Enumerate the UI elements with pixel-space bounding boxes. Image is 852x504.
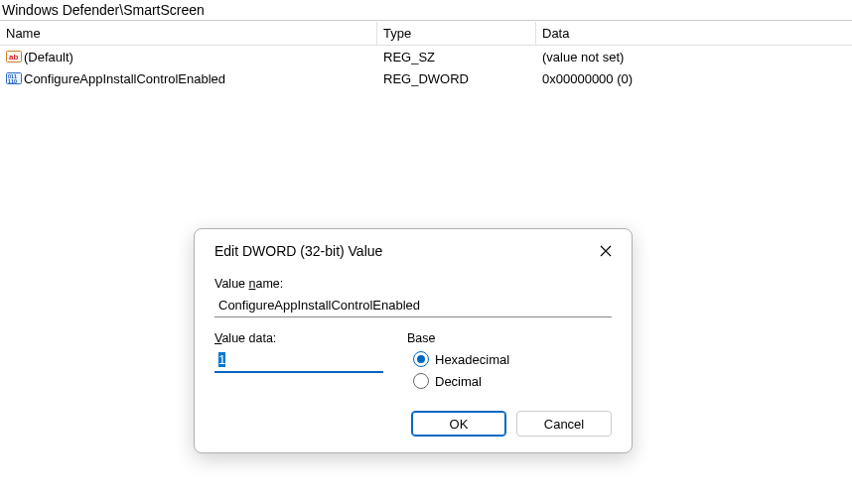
value-data-label: Value data: [214, 331, 383, 345]
reg-sz-icon: ab [6, 49, 22, 64]
list-header: Name Type Data [0, 22, 852, 46]
dialog-title: Edit DWORD (32-bit) Value [214, 243, 382, 259]
value-name-field[interactable]: ConfigureAppInstallControlEnabled [214, 294, 612, 317]
base-group: Base Hexadecimal Decimal [407, 331, 612, 389]
registry-row[interactable]: ab (Default) REG_SZ (value not set) [0, 46, 852, 67]
radio-hexadecimal[interactable]: Hexadecimal [413, 351, 612, 367]
ok-button[interactable]: OK [411, 411, 506, 437]
column-header-data[interactable]: Data [536, 22, 852, 45]
radio-icon [413, 373, 429, 389]
entry-data: (value not set) [536, 49, 852, 65]
entry-data: 0x00000000 (0) [536, 70, 852, 87]
column-header-name[interactable]: Name [0, 22, 377, 45]
breadcrumb: Windows Defender\SmartScreen [0, 0, 852, 21]
radio-decimal[interactable]: Decimal [413, 373, 612, 389]
cancel-button[interactable]: Cancel [516, 411, 612, 437]
value-name-label: Value name: [214, 277, 612, 291]
reg-dword-icon: 011 110 [6, 70, 22, 86]
base-label: Base [407, 331, 612, 345]
close-icon[interactable] [594, 239, 618, 263]
radio-icon [413, 351, 429, 367]
entry-type: REG_SZ [377, 49, 536, 65]
registry-list: Name Type Data ab (Default) REG_SZ (valu… [0, 21, 852, 89]
edit-dword-dialog: Edit DWORD (32-bit) Value Value name: Co… [194, 228, 633, 453]
svg-text:110: 110 [8, 78, 17, 84]
entry-type: REG_DWORD [377, 70, 536, 87]
svg-text:ab: ab [9, 53, 18, 62]
entry-name: ConfigureAppInstallControlEnabled [24, 71, 225, 86]
value-data-input[interactable] [214, 348, 383, 373]
registry-row[interactable]: 011 110 ConfigureAppInstallControlEnable… [0, 67, 852, 89]
column-header-type[interactable]: Type [377, 22, 536, 45]
entry-name: (Default) [24, 50, 73, 64]
